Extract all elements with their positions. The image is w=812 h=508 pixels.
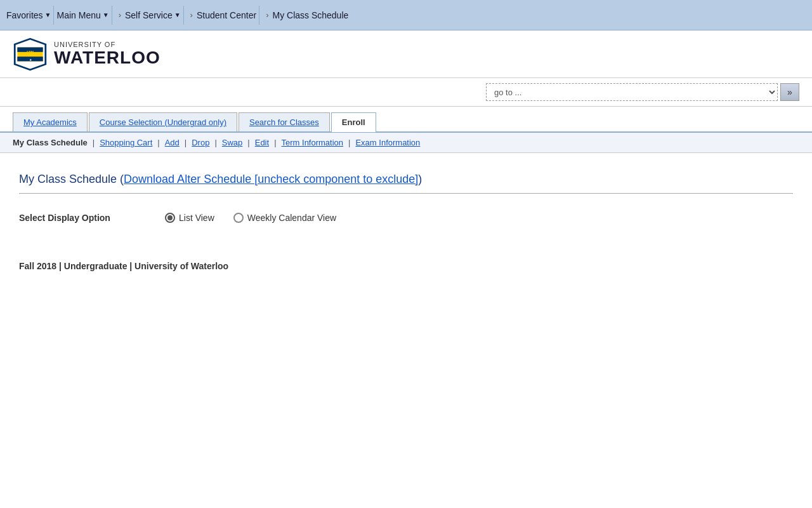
sub-nav: My Class Schedule | Shopping Cart | Add … <box>0 133 812 153</box>
page-heading: My Class Schedule (Download Alter Schedu… <box>19 172 793 187</box>
tab-enroll-label: Enroll <box>342 117 365 127</box>
tabs-row: My Academics Course Selection (Undergrad… <box>0 112 812 133</box>
sub-nav-sep-7: | <box>348 138 350 147</box>
tab-my-academics-label: My Academics <box>23 117 77 127</box>
sub-nav-edit[interactable]: Edit <box>255 138 269 147</box>
goto-go-button-label: » <box>787 87 792 97</box>
favorites-label: Favorites <box>6 10 43 20</box>
sub-nav-exam-information[interactable]: Exam Information <box>355 138 420 147</box>
list-view-option[interactable]: List View <box>165 213 214 223</box>
sub-nav-drop[interactable]: Drop <box>192 138 209 147</box>
student-center-menu[interactable]: Student Center <box>197 10 256 20</box>
logo-text: UNIVERSITY OF WATERLOO <box>54 41 160 68</box>
nav-arrow-2: › <box>190 10 193 20</box>
favorites-dropdown-arrow: ▼ <box>45 11 51 18</box>
main-menu[interactable]: Main Menu ▼ <box>56 10 108 20</box>
sub-nav-sep-4: | <box>214 138 216 147</box>
main-content: My Class Schedule (Download Alter Schedu… <box>0 153 812 290</box>
self-service-menu[interactable]: Self Service ▼ <box>125 10 181 20</box>
sub-nav-sep-5: | <box>247 138 249 147</box>
heading-divider <box>19 193 793 194</box>
footer-info: Fall 2018 | Undergraduate | University o… <box>19 261 793 271</box>
weekly-calendar-view-label: Weekly Calendar View <box>247 213 336 223</box>
main-menu-dropdown-arrow: ▼ <box>103 11 109 18</box>
page-heading-suffix: ) <box>418 173 422 185</box>
nav-separator-2 <box>112 6 112 25</box>
tab-search-for-classes-label: Search for Classes <box>249 117 319 127</box>
sub-nav-current: My Class Schedule <box>13 138 88 147</box>
goto-area: go to ... » <box>0 78 812 107</box>
logo-area: UW ★ UNIVERSITY OF WATERLOO <box>0 30 812 78</box>
list-view-label: List View <box>179 213 214 223</box>
favorites-menu[interactable]: Favorites ▼ <box>6 10 51 20</box>
nav-separator-1 <box>53 6 54 25</box>
sub-nav-shopping-cart[interactable]: Shopping Cart <box>100 138 152 147</box>
goto-select[interactable]: go to ... <box>486 83 778 101</box>
goto-go-button[interactable]: » <box>780 83 799 101</box>
sub-nav-sep-3: | <box>185 138 187 147</box>
page-heading-prefix: My Class Schedule ( <box>19 173 124 185</box>
list-view-radio[interactable] <box>165 213 175 223</box>
tab-my-academics[interactable]: My Academics <box>13 112 88 131</box>
display-option-label: Select Display Option <box>19 213 146 223</box>
tab-course-selection-label: Course Selection (Undergrad only) <box>100 117 226 127</box>
nav-separator-3 <box>183 6 184 25</box>
sub-nav-term-information[interactable]: Term Information <box>282 138 344 147</box>
tab-course-selection[interactable]: Course Selection (Undergrad only) <box>89 112 237 131</box>
logo-waterloo: WATERLOO <box>54 48 160 68</box>
sub-nav-add[interactable]: Add <box>165 138 180 147</box>
my-class-schedule-breadcrumb[interactable]: My Class Schedule <box>272 10 348 20</box>
logo-university-of: UNIVERSITY OF <box>54 41 160 48</box>
sub-nav-sep-6: | <box>274 138 276 147</box>
sub-nav-sep-1: | <box>93 138 95 147</box>
sub-nav-swap[interactable]: Swap <box>222 138 243 147</box>
student-center-label: Student Center <box>197 10 256 20</box>
sub-nav-sep-2: | <box>157 138 159 147</box>
nav-separator-4 <box>259 6 259 25</box>
top-nav-bar: Favorites ▼ Main Menu ▼ › Self Service ▼… <box>0 0 812 30</box>
nav-arrow-1: › <box>119 10 121 20</box>
my-class-schedule-breadcrumb-label: My Class Schedule <box>272 10 348 20</box>
weekly-calendar-view-option[interactable]: Weekly Calendar View <box>233 213 336 223</box>
weekly-calendar-view-radio[interactable] <box>233 213 244 223</box>
display-options: Select Display Option List View Weekly C… <box>19 213 793 223</box>
nav-arrow-3: › <box>266 10 268 20</box>
university-logo: UW ★ <box>13 37 48 72</box>
self-service-label: Self Service <box>125 10 173 20</box>
tab-enroll[interactable]: Enroll <box>331 112 376 132</box>
download-alter-schedule-link[interactable]: Download Alter Schedule [uncheck compone… <box>124 173 418 185</box>
self-service-dropdown-arrow: ▼ <box>174 11 181 18</box>
svg-text:UW: UW <box>27 50 34 54</box>
tab-search-for-classes[interactable]: Search for Classes <box>239 112 330 131</box>
main-menu-label: Main Menu <box>56 10 100 20</box>
